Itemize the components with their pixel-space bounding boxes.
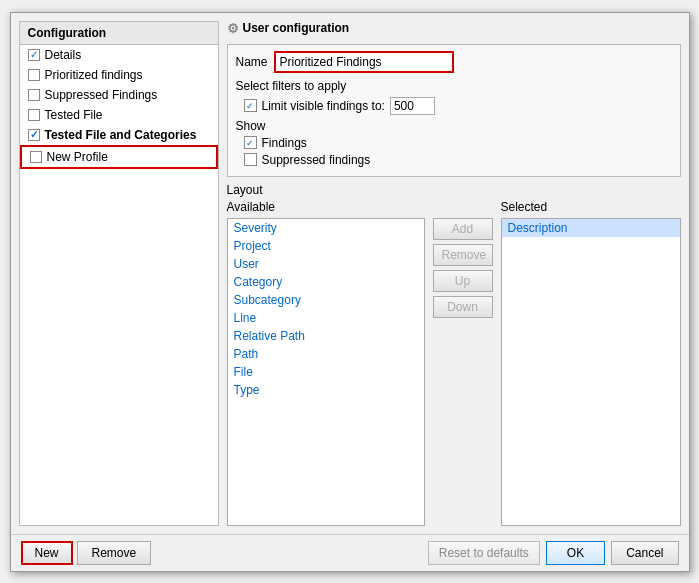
- layout-section: Layout Available SeverityProjectUserCate…: [227, 183, 681, 526]
- limit-input[interactable]: [390, 97, 435, 115]
- layout-label: Layout: [227, 183, 681, 197]
- ok-button[interactable]: OK: [546, 541, 605, 565]
- main-dialog: Configuration DetailsPrioritized finding…: [10, 12, 690, 572]
- name-input[interactable]: [274, 51, 454, 73]
- list-item[interactable]: Relative Path: [228, 327, 424, 345]
- remove-button[interactable]: Remove: [433, 244, 493, 266]
- show-item-label: Findings: [262, 136, 307, 150]
- show-label: Show: [236, 119, 672, 133]
- show-item-label: Suppressed findings: [262, 153, 371, 167]
- reset-button[interactable]: Reset to defaults: [428, 541, 540, 565]
- list-item[interactable]: User: [228, 255, 424, 273]
- limit-filter-row: Limit visible findings to:: [244, 97, 672, 115]
- config-checkbox[interactable]: [28, 109, 40, 121]
- selected-section: Selected Description: [501, 200, 681, 526]
- show-section: Show FindingsSuppressed findings: [236, 119, 672, 167]
- add-button[interactable]: Add: [433, 218, 493, 240]
- down-button[interactable]: Down: [433, 296, 493, 318]
- section-title-text: User configuration: [243, 21, 350, 35]
- config-item-label: Tested File: [45, 108, 103, 122]
- name-row: Name: [236, 51, 672, 73]
- show-checkbox[interactable]: [244, 153, 257, 166]
- show-checkbox[interactable]: [244, 136, 257, 149]
- list-item[interactable]: Subcategory: [228, 291, 424, 309]
- config-checkbox[interactable]: [30, 151, 42, 163]
- up-button[interactable]: Up: [433, 270, 493, 292]
- available-list[interactable]: SeverityProjectUserCategorySubcategoryLi…: [227, 218, 425, 526]
- show-list: FindingsSuppressed findings: [236, 136, 672, 167]
- gear-icon: ⚙: [227, 21, 239, 36]
- selected-list[interactable]: Description: [501, 218, 681, 526]
- config-item[interactable]: Details: [20, 45, 218, 65]
- config-item-label: Details: [45, 48, 82, 62]
- footer-left: New Remove: [21, 541, 152, 565]
- list-item[interactable]: Category: [228, 273, 424, 291]
- list-item[interactable]: Type: [228, 381, 424, 399]
- config-list: DetailsPrioritized findingsSuppressed Fi…: [20, 45, 218, 169]
- config-item[interactable]: Tested File: [20, 105, 218, 125]
- limit-label: Limit visible findings to:: [262, 99, 385, 113]
- config-checkbox[interactable]: [28, 129, 40, 141]
- config-item-label: Tested File and Categories: [45, 128, 197, 142]
- selected-label: Selected: [501, 200, 681, 214]
- config-checkbox[interactable]: [28, 49, 40, 61]
- name-label: Name: [236, 55, 268, 69]
- config-item[interactable]: Suppressed Findings: [20, 85, 218, 105]
- dialog-footer: New Remove Reset to defaults OK Cancel: [11, 534, 689, 571]
- config-item-label: New Profile: [47, 150, 108, 164]
- available-label: Available: [227, 200, 425, 214]
- cancel-button[interactable]: Cancel: [611, 541, 678, 565]
- config-item[interactable]: Tested File and Categories: [20, 125, 218, 145]
- filters-label: Select filters to apply: [236, 79, 672, 93]
- new-button[interactable]: New: [21, 541, 73, 565]
- list-item[interactable]: Severity: [228, 219, 424, 237]
- dialog-body: Configuration DetailsPrioritized finding…: [11, 13, 689, 534]
- layout-body: Available SeverityProjectUserCategorySub…: [227, 200, 681, 526]
- remove-profile-button[interactable]: Remove: [77, 541, 152, 565]
- list-item[interactable]: Path: [228, 345, 424, 363]
- list-item[interactable]: Project: [228, 237, 424, 255]
- config-item[interactable]: Prioritized findings: [20, 65, 218, 85]
- action-buttons: Add Remove Up Down: [433, 200, 493, 526]
- user-config-box: Name Select filters to apply Limit visib…: [227, 44, 681, 177]
- show-item-row: Findings: [244, 136, 672, 150]
- config-checkbox[interactable]: [28, 69, 40, 81]
- config-item[interactable]: New Profile: [20, 145, 218, 169]
- section-title: ⚙ User configuration: [227, 21, 681, 36]
- right-panel: ⚙ User configuration Name Select filters…: [227, 21, 681, 526]
- limit-checkbox[interactable]: [244, 99, 257, 112]
- list-item[interactable]: File: [228, 363, 424, 381]
- list-item[interactable]: Description: [502, 219, 680, 237]
- config-item-label: Suppressed Findings: [45, 88, 158, 102]
- config-item-label: Prioritized findings: [45, 68, 143, 82]
- footer-right: Reset to defaults OK Cancel: [428, 541, 679, 565]
- available-section: Available SeverityProjectUserCategorySub…: [227, 200, 425, 526]
- list-item[interactable]: Line: [228, 309, 424, 327]
- config-checkbox[interactable]: [28, 89, 40, 101]
- left-panel-title: Configuration: [20, 22, 218, 45]
- left-panel: Configuration DetailsPrioritized finding…: [19, 21, 219, 526]
- show-item-row: Suppressed findings: [244, 153, 672, 167]
